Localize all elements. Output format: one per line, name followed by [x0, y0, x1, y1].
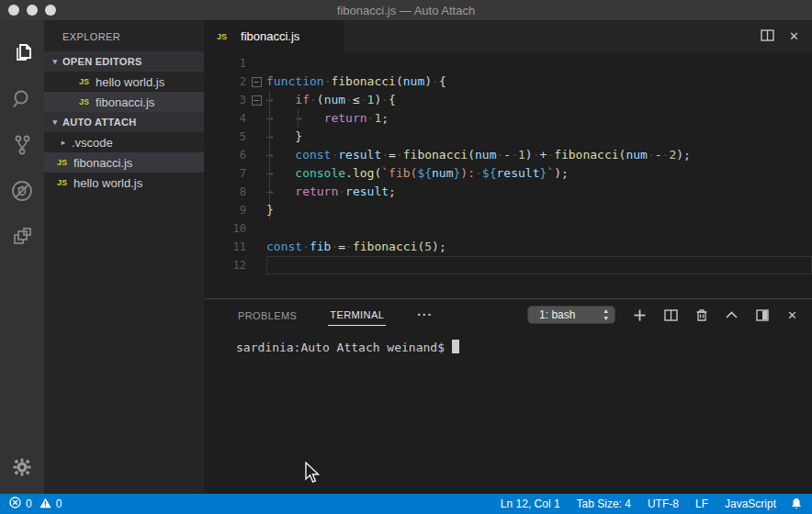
code-text: → } — [266, 128, 302, 146]
split-terminal-icon[interactable] — [664, 309, 678, 321]
explorer-view-button[interactable] — [0, 30, 44, 76]
code-text: → → return·1; — [266, 109, 389, 128]
terminal-select-value: 1: bash — [539, 308, 575, 321]
js-file-icon: JS — [57, 158, 67, 167]
settings-gear-icon — [12, 457, 32, 477]
panel-tab-problems[interactable]: PROBLEMS — [236, 305, 299, 326]
code-line-10[interactable]: 10 — [204, 219, 812, 238]
activity-bar — [0, 20, 44, 494]
code-line-12[interactable]: 12 — [204, 256, 812, 274]
title-bar: fibonacci.js — Auto Attach — [0, 0, 812, 20]
tab-fibonacci-js[interactable]: JS fibonacci.js — [204, 20, 344, 52]
fold-column — [246, 128, 266, 146]
code-line-7[interactable]: 7→ console.log(`fib(${num}):·${result}`)… — [204, 164, 812, 183]
list-item-hello-world-js[interactable]: JShello world.js — [44, 72, 204, 92]
more-actions-icon[interactable]: ··· — [417, 307, 433, 322]
list-item-fibonacci-js[interactable]: JSfibonacci.js — [44, 92, 204, 112]
terminal-select[interactable]: 1: bash ▲▼ — [527, 306, 615, 324]
kill-terminal-icon[interactable] — [696, 308, 707, 321]
line-number: 8 — [204, 183, 246, 201]
status-item-ln-12-col-1[interactable]: Ln 12, Col 1 — [492, 497, 569, 510]
line-number: 10 — [204, 219, 246, 238]
code-text: → if·(num·≤·1)·{ — [266, 91, 396, 109]
code-line-2[interactable]: 2–function·fibonacci(num)·{ — [204, 73, 812, 91]
editor-tab-bar: JS fibonacci.js ✕ — [204, 20, 812, 52]
chevron-updown-icon: ▲▼ — [603, 307, 609, 322]
notifications-bell-icon[interactable] — [790, 497, 803, 510]
status-item-utf-8[interactable]: UTF-8 — [639, 497, 687, 510]
source-control-view-button[interactable] — [0, 122, 44, 168]
panel-header: PROBLEMSTERMINAL ··· 1: bash ▲▼ — [204, 299, 812, 330]
fold-icon[interactable]: – — [252, 95, 262, 106]
code-line-4[interactable]: 4→ → return·1; — [204, 109, 812, 128]
code-text: const·fib·=·fibonacci(5); — [266, 238, 446, 256]
status-item-lf[interactable]: LF — [687, 497, 716, 510]
fold-column — [246, 238, 266, 256]
status-bar: 0 0 Ln 12, Col 1Tab Size: 4UTF-8LFJavaSc… — [0, 494, 812, 514]
code-line-9[interactable]: 9} — [204, 201, 812, 219]
sidebar-title: EXPLORER — [44, 20, 204, 51]
code-text: function·fibonacci(num)·{ — [266, 73, 446, 91]
split-editor-icon[interactable] — [761, 28, 774, 45]
line-number: 4 — [204, 109, 246, 128]
line-number: 12 — [204, 256, 246, 274]
terminal-cursor — [452, 340, 459, 353]
new-terminal-icon[interactable] — [634, 309, 646, 321]
status-item-javascript[interactable]: JavaScript — [716, 497, 784, 510]
search-view-button[interactable] — [0, 76, 44, 122]
line-number: 1 — [204, 54, 246, 73]
sidebar-sections: ▾OPEN EDITORSJShello world.jsJSfibonacci… — [44, 51, 204, 193]
window-controls — [8, 5, 56, 16]
sidebar-explorer: EXPLORER ▾OPEN EDITORSJShello world.jsJS… — [44, 20, 204, 494]
line-number: 7 — [204, 164, 246, 183]
code-line-11[interactable]: 11const·fib·=·fibonacci(5); — [204, 238, 812, 256]
editor-group: JS fibonacci.js ✕ 12–function·fibo — [204, 20, 812, 494]
debug-icon — [9, 178, 35, 204]
section-label: OPEN EDITORS — [62, 56, 142, 67]
line-number: 6 — [204, 146, 246, 164]
js-file-icon: JS — [79, 97, 89, 106]
list-item-vscode[interactable]: ▸.vscode — [44, 132, 204, 152]
close-window-button[interactable] — [8, 5, 19, 16]
maximize-panel-icon[interactable] — [726, 311, 738, 318]
problems-status[interactable]: 0 0 — [9, 497, 62, 511]
item-label: hello world.js — [96, 75, 164, 89]
minimize-window-button[interactable] — [27, 5, 38, 16]
debug-view-button[interactable] — [0, 168, 44, 214]
list-item-fibonacci-js[interactable]: JSfibonacci.js — [44, 152, 204, 173]
tab-label: fibonacci.js — [241, 29, 299, 43]
fold-column — [246, 146, 266, 164]
status-item-tab-size-4[interactable]: Tab Size: 4 — [569, 497, 639, 510]
fold-column: – — [246, 73, 266, 91]
zoom-window-button[interactable] — [45, 5, 56, 16]
fold-icon[interactable]: – — [252, 77, 262, 87]
list-item-hello-world-js[interactable]: JShello world.js — [44, 173, 204, 193]
fold-column — [246, 164, 266, 183]
status-right: Ln 12, Col 1Tab Size: 4UTF-8LFJavaScript — [492, 497, 784, 510]
section-header-open-editors[interactable]: ▾OPEN EDITORS — [44, 51, 204, 72]
extensions-view-button[interactable] — [0, 214, 44, 260]
fold-column — [246, 54, 266, 73]
panel-actions: 1: bash ▲▼ — [527, 306, 812, 324]
code-line-1[interactable]: 1 — [204, 54, 812, 73]
chevron-right-icon: ▸ — [57, 138, 70, 147]
toggle-panel-icon[interactable] — [756, 309, 769, 321]
code-line-8[interactable]: 8→ return·result; — [204, 183, 812, 201]
js-file-icon: JS — [217, 32, 227, 41]
close-editor-icon[interactable]: ✕ — [789, 29, 799, 43]
manage-button[interactable] — [0, 444, 44, 490]
code-line-5[interactable]: 5→ } — [204, 128, 812, 146]
terminal[interactable]: sardinia:Auto Attach weinand$ — [204, 330, 812, 494]
js-file-icon: JS — [79, 77, 89, 86]
fold-column — [246, 183, 266, 201]
fold-column — [246, 109, 266, 128]
section-header-auto-attach[interactable]: ▾AUTO ATTACH — [44, 112, 204, 132]
close-panel-icon[interactable]: ✕ — [787, 308, 797, 322]
item-label: fibonacci.js — [96, 95, 154, 109]
error-icon — [9, 497, 21, 511]
panel-tab-terminal[interactable]: TERMINAL — [328, 304, 386, 326]
code-line-3[interactable]: 3–→ if·(num·≤·1)·{ — [204, 91, 812, 109]
terminal-prompt: sardinia:Auto Attach weinand$ — [236, 341, 445, 354]
code-line-6[interactable]: 6→ const·result·=·fibonacci(num·-·1)·+·f… — [204, 146, 812, 164]
code-editor[interactable]: 12–function·fibonacci(num)·{3–→ if·(num·… — [204, 52, 812, 298]
